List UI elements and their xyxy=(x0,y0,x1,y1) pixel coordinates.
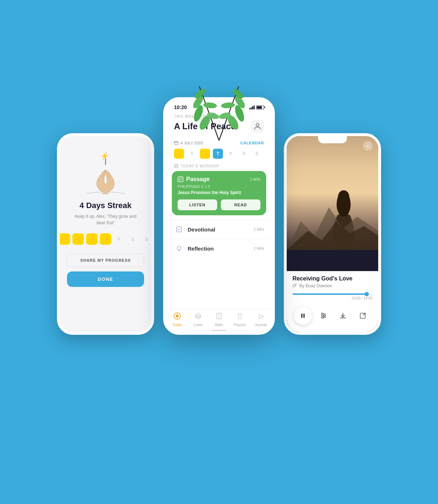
week-bolt-1: ⚡ xyxy=(174,149,184,159)
bottom-nav: Today Listen xyxy=(167,309,271,328)
right-notch xyxy=(318,136,347,143)
passage-min: 2 MIN xyxy=(250,177,260,181)
listen-button[interactable]: LISTEN xyxy=(178,199,217,210)
share-progress-button[interactable]: SHARE MY PROGRESS xyxy=(67,253,144,267)
equalizer-button[interactable] xyxy=(315,307,332,324)
artist-row: By Boaz Dowson xyxy=(292,283,372,288)
passage-subtitle: Jesus Promises the Holy Spirit xyxy=(178,190,260,195)
passage-header: Passage 2 MIN xyxy=(178,176,260,183)
streak-subtitle: Keep it up, Alex, 'They grow and bear fr… xyxy=(67,213,144,226)
total-time: 14:00 xyxy=(363,296,372,300)
week-bolt-today: T xyxy=(213,149,223,159)
right-phone-content: × xyxy=(287,136,378,332)
left-phone: ⚡ xyxy=(57,133,154,335)
week-bolt-2: ⚡ xyxy=(200,149,210,159)
worship-label: TODAY'S WORSHIP xyxy=(167,162,271,171)
reflection-icon xyxy=(174,243,184,253)
devotional-min: 2 MIN xyxy=(254,227,264,231)
week-day-t1: T xyxy=(187,149,197,159)
nav-journal-label: Journal xyxy=(255,323,267,327)
time-display: 13:00 / 14:00 xyxy=(352,296,372,300)
reflection-min: 2 MIN xyxy=(254,246,264,251)
nav-journal-icon xyxy=(257,312,265,322)
artist-name: By Boaz Dowson xyxy=(299,283,332,288)
nav-prayers-label: Prayers xyxy=(234,323,246,327)
nav-today-label: Today xyxy=(173,323,182,327)
reflection-name: Reflection xyxy=(188,246,254,252)
day-bolt-4: ⚡ xyxy=(100,233,111,245)
week-dots: ⚡ T ⚡ T F S S xyxy=(167,149,271,162)
passage-title-row: Passage xyxy=(178,176,210,183)
share-button[interactable] xyxy=(354,307,371,324)
nav-journal[interactable]: Journal xyxy=(250,312,271,327)
passage-title: Passage xyxy=(186,176,210,183)
today-worship-label: TODAY'S WORSHIP xyxy=(180,164,219,168)
close-icon: × xyxy=(366,143,369,149)
svg-point-30 xyxy=(177,246,181,250)
passage-buttons: LISTEN READ xyxy=(178,199,260,210)
passage-card: Passage 2 MIN PHILIPPIANS 4: 1-9 Jesus P… xyxy=(172,171,266,215)
day-s2: S xyxy=(141,233,152,245)
devotional-icon xyxy=(174,224,184,234)
week-day-s: S xyxy=(239,149,249,159)
song-title: Receiving God's Love xyxy=(292,275,372,282)
nav-listen-icon xyxy=(194,312,202,322)
passage-ref: PHILIPPIANS 4: 1-9 xyxy=(178,185,260,189)
scene: ⚡ xyxy=(57,54,381,450)
reflection-row[interactable]: Reflection 2 MIN xyxy=(167,239,271,258)
devotional-name: Devotional xyxy=(188,226,254,233)
days-row: ⚡ ⚡ ⚡ ⚡ F S S xyxy=(59,233,152,245)
svg-point-47 xyxy=(323,315,325,317)
svg-rect-41 xyxy=(301,314,303,318)
progress-dot xyxy=(365,292,369,296)
nav-listen[interactable]: Listen xyxy=(188,312,209,327)
day-bolt-1: ⚡ xyxy=(59,233,70,245)
streak-title: 4 Days Streak xyxy=(80,201,131,210)
nav-listen-label: Listen xyxy=(193,323,203,327)
time-row: 13:00 / 14:00 xyxy=(292,296,372,300)
nav-bible-icon xyxy=(215,312,223,322)
right-info-section: Receiving God's Love By Boaz Dowson xyxy=(287,271,378,332)
left-phone-content: ⚡ xyxy=(60,136,151,332)
svg-point-46 xyxy=(321,313,323,315)
nav-prayers[interactable]: Prayers xyxy=(229,312,250,327)
week-day-s2: S xyxy=(252,149,262,159)
right-phone: × xyxy=(284,133,381,335)
current-time: 13:00 xyxy=(352,296,361,300)
day-s: S xyxy=(127,233,139,245)
scroll-indicator xyxy=(212,330,226,331)
svg-point-48 xyxy=(322,317,323,319)
nav-today-icon xyxy=(173,312,181,322)
progress-bar-fill xyxy=(292,293,367,295)
read-button[interactable]: READ xyxy=(221,199,260,210)
prayer-illustration: ⚡ xyxy=(84,150,127,197)
download-button[interactable] xyxy=(335,307,351,324)
close-button[interactable]: × xyxy=(363,141,372,150)
svg-point-32 xyxy=(176,315,179,318)
done-button[interactable]: DONE xyxy=(67,271,144,287)
svg-text:⚡: ⚡ xyxy=(100,152,109,160)
pause-button[interactable] xyxy=(294,307,312,325)
nav-bible-label: Bible xyxy=(215,323,223,327)
progress-bar-container[interactable] xyxy=(292,293,372,295)
nav-bible[interactable]: Bible xyxy=(209,312,229,327)
svg-rect-42 xyxy=(303,314,305,318)
week-day-f: F xyxy=(226,149,236,159)
leaves-decoration xyxy=(147,54,291,148)
right-bg-image: × xyxy=(287,136,378,250)
day-bolt-3: ⚡ xyxy=(86,233,98,245)
nav-prayers-icon xyxy=(236,312,244,322)
controls-row xyxy=(292,305,372,326)
day-f: F xyxy=(113,233,125,245)
nav-today[interactable]: Today xyxy=(167,312,188,327)
day-bolt-2: ⚡ xyxy=(72,233,84,245)
devotional-row[interactable]: Devotional 2 MIN xyxy=(167,220,271,239)
